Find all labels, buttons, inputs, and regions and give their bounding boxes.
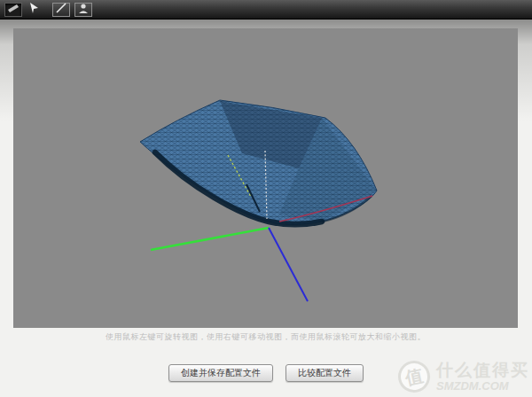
plane-tool-icon	[7, 2, 20, 18]
line-tool-button[interactable]	[52, 3, 70, 17]
create-save-profile-button[interactable]: 创建并保存配置文件	[168, 364, 273, 382]
plane-tool-button[interactable]	[4, 3, 22, 17]
axis-blue	[269, 228, 308, 301]
watermark: 值 什么值得买 SMZDM.COM	[398, 361, 529, 393]
compare-profile-button[interactable]: 比较配置文件	[286, 364, 364, 382]
watermark-site-name: 什么值得买	[436, 362, 529, 378]
viewer-help-text: 使用鼠标左键可旋转视图，使用右键可移动视图，而使用鼠标滚轮可放大和缩小视图。	[13, 331, 518, 343]
portrait-tool-icon	[77, 2, 90, 18]
smzdm-logo-icon: 值	[395, 358, 434, 396]
watermark-site-url: SMZDM.COM	[436, 380, 529, 392]
cursor-arrow-icon	[27, 2, 40, 18]
mesh-surface	[13, 28, 518, 328]
viewport-canvas[interactable]	[13, 28, 518, 328]
axis-green	[151, 228, 269, 250]
cursor-tool-button[interactable]	[25, 3, 43, 17]
line-tool-icon	[55, 2, 67, 18]
portrait-tool-button[interactable]	[74, 3, 92, 17]
toolbar	[0, 0, 532, 19]
